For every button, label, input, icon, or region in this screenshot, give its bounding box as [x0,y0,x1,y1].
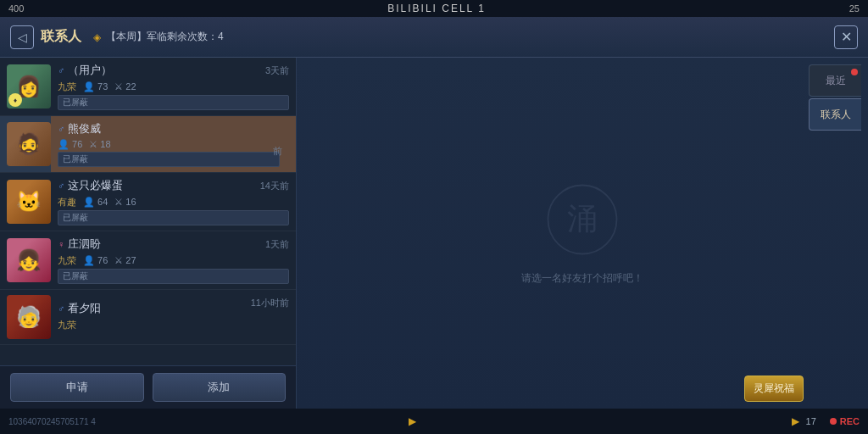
avatar: 👩 ♦ [7,64,51,108]
contacts-panel: 👩 ♦ ♂ （用户） 九荣 👤 73 ⚔ 22 已屏蔽 [0,58,297,409]
stat-battle: ⚔ 22 [114,81,136,92]
notification-dot [851,69,858,75]
watermark: 涌 [544,181,620,258]
main-panel: ◁ 联系人 ◈ 【本周】军临剩余次数：4 ✕ 👩 ♦ ♂ （用户） [0,17,868,409]
contact-stats: 九荣 👤 73 ⚔ 22 [58,81,289,93]
center-hint: 请选一名好友打个招呼吧！ [521,271,643,286]
svg-text:涌: 涌 [567,201,598,235]
rec-dot [830,418,837,425]
contact-time: 11小时前 [251,297,289,309]
spirit-button[interactable]: 灵犀祝福 [744,376,804,402]
contact-item[interactable]: 👩 ♦ ♂ （用户） 九荣 👤 73 ⚔ 22 已屏蔽 [0,58,296,116]
stat-battle: ⚔ 16 [114,197,136,208]
contact-stats: 九荣 👤 76 ⚔ 27 [58,254,289,267]
contact-info: ♂ 这只必爆蛋 有趣 👤 64 ⚔ 16 已屏蔽 [58,178,289,225]
contact-time: 1天前 [265,238,289,251]
rank-label: 九荣 [58,81,76,93]
add-button[interactable]: 添加 [153,373,287,402]
user-id: 10364070245705171 4 [8,417,383,426]
gender-icon: ♂ [58,124,64,134]
stat-battle: ⚔ 27 [114,255,136,266]
contact-name: ♂ （用户） [58,63,289,78]
rec-label: REC [840,416,860,426]
contact-item[interactable]: 🧓 ♂ 看夕阳 九荣 11小时前 [0,290,296,345]
right-panel: 最近 联系人 涌 请选一名好友打个招呼吧！ 灵犀祝福 [297,58,868,409]
content-area: 👩 ♦ ♂ （用户） 九荣 👤 73 ⚔ 22 已屏蔽 [0,58,868,409]
contact-name-text: 看夕阳 [68,301,101,316]
rank-label: 九荣 [58,254,76,267]
side-tabs: 最近 联系人 [809,58,868,137]
contact-time: 前 [273,145,282,158]
contact-tag: 已屏蔽 [58,210,289,225]
page-number: 17 [806,416,816,426]
contact-info: ♀ 庄泗盼 九荣 👤 76 ⚔ 27 已屏蔽 [58,236,289,284]
rank-label: 九荣 [58,319,76,331]
stat-power: 👤 73 [83,81,108,92]
top-bar-center: BILIBILI CELL 1 [387,3,486,14]
play-button-right[interactable]: ▶ [792,415,799,427]
contact-name-text: 熊俊威 [68,121,101,136]
contact-stats: 👤 76 ⚔ 18 [58,139,280,150]
contact-name: ♂ 这只必爆蛋 [58,178,289,193]
weekly-icon: ◈ [93,31,101,43]
avatar: 🐱 [7,180,51,224]
contact-time: 14天前 [260,180,289,192]
contact-info: ♂ 熊俊威 👤 76 ⚔ 18 已屏蔽 [58,121,280,167]
bottom-bar: 10364070245705171 4 ▶ ▶ 17 REC [0,409,868,434]
gender-icon: ♂ [58,181,64,191]
contact-time: 3天前 [265,64,289,77]
stat-battle: ⚔ 18 [89,139,110,150]
contact-name-text: （用户） [68,63,112,78]
tab-recent[interactable]: 最近 [809,64,861,97]
avatar: 🧓 [7,295,51,339]
avatar-badge: ♦ [8,93,22,107]
contact-name: ♂ 熊俊威 [58,121,280,136]
rec-badge: REC [830,416,860,426]
panel-header: ◁ 联系人 ◈ 【本周】军临剩余次数：4 ✕ [0,17,868,58]
tab-contacts[interactable]: 联系人 [809,98,861,131]
contact-item[interactable]: 👧 ♀ 庄泗盼 九荣 👤 76 ⚔ 27 已屏蔽 [0,231,296,290]
gender-icon: ♀ [58,239,64,249]
gender-icon: ♂ [58,303,64,314]
stat-power: 👤 64 [83,197,108,208]
panel-title: 联系人 [41,28,81,46]
stat-power: 👤 76 [83,255,108,266]
top-bar-left: 400 [8,3,24,14]
avatar-face: 🧓 [7,295,51,339]
avatar: 🧔 [7,122,51,166]
rank-label: 有趣 [58,196,76,209]
tab-contacts-label: 联系人 [821,108,851,122]
contact-name-text: 庄泗盼 [68,236,101,252]
contact-item[interactable]: 🐱 ♂ 这只必爆蛋 有趣 👤 64 ⚔ 16 已屏蔽 [0,173,296,231]
contact-tag: 已屏蔽 [58,269,289,284]
bottom-buttons: 申请 添加 [0,365,296,409]
play-button-left[interactable]: ▶ [409,415,416,427]
weekly-info: 【本周】军临剩余次数：4 [106,30,224,44]
avatar-face: 👧 [7,238,51,282]
tab-recent-label: 最近 [826,74,846,88]
contact-tag: 已屏蔽 [58,95,289,110]
stat-power: 👤 76 [58,139,82,150]
contact-stats: 九荣 [58,319,289,331]
center-content: 涌 请选一名好友打个招呼吧！ [297,58,868,409]
avatar-face: 🐱 [7,180,51,224]
contact-name: ♀ 庄泗盼 [58,236,289,252]
top-bar-right: 25 [849,3,860,14]
close-button[interactable]: ✕ [834,25,858,49]
gender-icon: ♂ [58,65,64,75]
contacts-list[interactable]: 👩 ♦ ♂ （用户） 九荣 👤 73 ⚔ 22 已屏蔽 [0,58,296,365]
contact-name-text: 这只必爆蛋 [68,178,123,193]
avatar-face: 🧔 [7,122,51,166]
contact-stats: 有趣 👤 64 ⚔ 16 [58,196,289,209]
avatar: 👧 [7,238,51,282]
contact-info: ♂ （用户） 九荣 👤 73 ⚔ 22 已屏蔽 [58,63,289,110]
contact-tag: 已屏蔽 [58,152,280,167]
back-button[interactable]: ◁ [10,25,34,49]
top-bar: 400 BILIBILI CELL 1 25 [0,0,868,17]
contact-item[interactable]: 🧔 ♂ 熊俊威 👤 76 ⚔ 18 已屏蔽 前 [0,116,296,173]
apply-button[interactable]: 申请 [10,373,144,402]
